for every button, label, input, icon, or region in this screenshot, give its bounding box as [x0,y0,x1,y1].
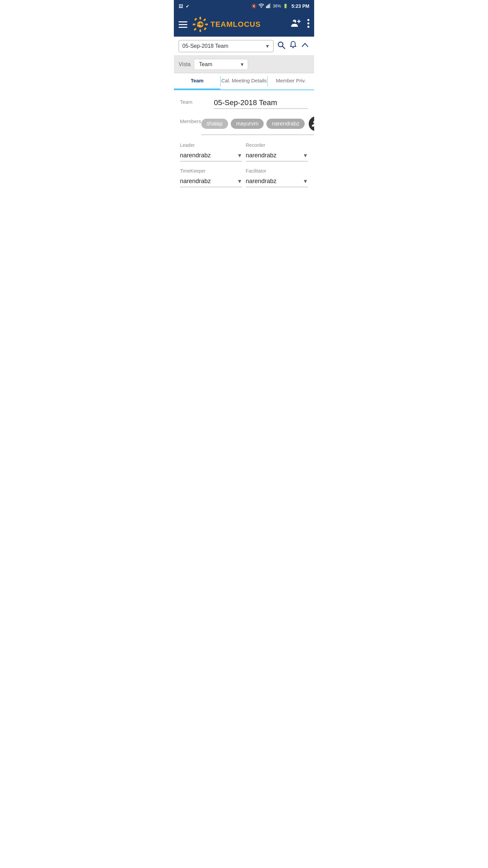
leader-dropdown[interactable]: narendrabz ▼ [180,150,242,161]
svg-rect-13 [204,27,207,30]
recorder-dropdown[interactable]: narendrabz ▼ [246,150,308,161]
bell-icon[interactable] [289,41,297,52]
svg-rect-3 [269,4,269,8]
signal-icon [266,3,271,9]
recorder-value: narendrabz [246,152,277,159]
facilitator-group: Facilitator narendrabz ▼ [246,168,308,187]
date-team-dropdown[interactable]: 05-Sep-2018 Team ▼ [179,40,273,52]
timekeeper-dropdown-arrow-icon: ▼ [237,178,242,184]
date-selector-bar: 05-Sep-2018 Team ▼ [174,37,314,56]
svg-rect-10 [203,18,206,21]
logo-gear-icon [192,16,208,33]
svg-point-15 [201,22,202,24]
members-tags-row: shalap mayurvm narendrabz [201,116,314,135]
battery-label: 36% [273,4,281,8]
svg-rect-4 [270,3,270,8]
svg-rect-11 [194,28,197,31]
svg-point-23 [278,42,283,47]
svg-point-25 [313,121,314,123]
view-dropdown-arrow-icon: ▼ [240,62,244,67]
check-icon: ✔ [186,4,189,9]
view-dropdown[interactable]: Team ▼ [194,59,248,70]
view-selector-bar: Vista Team ▼ [174,56,314,73]
svg-point-14 [198,22,200,24]
image-icon: 🖼 [179,4,183,9]
hamburger-menu[interactable] [179,21,187,28]
logo: TEAMLOCUS [192,16,261,33]
battery-icon: 🔋 [283,4,288,8]
time-label: 5:23 PM [291,3,309,9]
wifi-icon [259,3,264,9]
team-name-row: Team [180,97,308,109]
vista-label: Vista [179,61,190,67]
timekeeper-value: narendrabz [180,178,211,185]
leader-group: Leader narendrabz ▼ [180,142,242,161]
svg-point-21 [307,22,309,24]
svg-rect-12 [194,18,197,21]
svg-point-22 [307,26,309,28]
team-name-input[interactable] [214,97,308,109]
svg-point-17 [293,21,295,24]
leader-value: narendrabz [180,152,211,159]
timekeeper-dropdown[interactable]: narendrabz ▼ [180,176,242,187]
member-tag-shalap[interactable]: shalap [201,119,228,129]
svg-rect-2 [268,4,269,8]
mute-icon: 🔇 [251,4,257,8]
search-icon[interactable] [277,41,286,52]
header-right [290,18,309,31]
facilitator-value: narendrabz [246,178,277,185]
tab-member-priv[interactable]: Member Priv. [268,73,314,90]
tab-team[interactable]: Team [174,73,220,90]
recorder-dropdown-arrow-icon: ▼ [303,153,308,159]
leader-label: Leader [180,142,242,148]
tab-member-priv-label: Member Priv. [276,78,306,83]
date-team-value: 05-Sep-2018 Team [182,43,228,49]
svg-rect-6 [200,17,201,20]
svg-rect-9 [205,24,208,25]
svg-rect-0 [266,6,267,8]
members-row: Members shalap mayurvm narendrabz [180,116,308,135]
status-left-icons: 🖼 ✔ [179,4,189,9]
facilitator-dropdown[interactable]: narendrabz ▼ [246,176,308,187]
view-dropdown-value: Team [199,61,212,67]
svg-point-20 [307,19,309,21]
manage-members-button[interactable] [309,116,314,131]
leader-dropdown-arrow-icon: ▼ [237,153,242,159]
add-team-icon[interactable] [290,18,301,31]
facilitator-dropdown-arrow-icon: ▼ [303,178,308,184]
chevron-up-icon[interactable] [301,41,309,52]
member-tag-mayurvm[interactable]: mayurvm [231,119,264,129]
svg-rect-1 [267,5,268,8]
tabs: Team Cal. Meeting Details Member Priv. [174,73,314,90]
header: TEAMLOCUS [174,12,314,37]
hamburger-line-1 [179,21,187,22]
timekeeper-group: TimeKeeper narendrabz ▼ [180,168,242,187]
members-field-value: shalap mayurvm narendrabz [201,116,314,135]
team-field-value [214,97,308,109]
recorder-group: Recorder narendrabz ▼ [246,142,308,161]
team-field-label: Team [180,97,214,105]
status-right-icons: 🔇 36% 🔋 5:23 PM [251,3,309,9]
recorder-label: Recorder [246,142,308,148]
tab-team-label: Team [191,78,204,83]
svg-rect-8 [193,24,196,25]
team-form-content: Team Members shalap mayurvm narendrabz [174,90,314,194]
roles-grid: Leader narendrabz ▼ Recorder narendrabz … [180,142,308,187]
timekeeper-label: TimeKeeper [180,168,242,174]
more-options-icon[interactable] [307,19,309,30]
member-tag-narendrabz[interactable]: narendrabz [266,119,305,129]
hamburger-line-2 [179,24,187,25]
app-name: TEAMLOCUS [210,20,261,29]
facilitator-label: Facilitator [246,168,308,174]
tab-cal-meeting[interactable]: Cal. Meeting Details [221,73,267,90]
date-dropdown-arrow-icon: ▼ [265,43,270,49]
group-icon [312,119,314,128]
svg-line-24 [283,46,285,49]
header-left: TEAMLOCUS [179,16,261,33]
status-bar: 🖼 ✔ 🔇 36% 🔋 5:23 PM [174,0,314,12]
tab-cal-meeting-label: Cal. Meeting Details [221,78,267,83]
members-field-label: Members [180,116,201,124]
svg-rect-7 [200,29,201,32]
hamburger-line-3 [179,27,187,28]
